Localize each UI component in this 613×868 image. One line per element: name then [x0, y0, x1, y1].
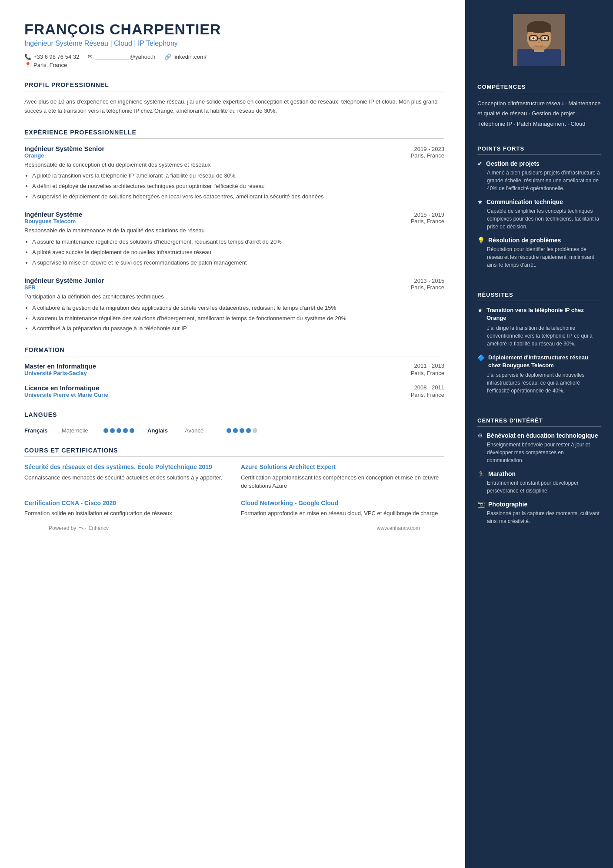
exp-loc-1: Paris, France: [411, 152, 444, 161]
exp-bullets-2: A assuré la maintenance régulière des so…: [24, 238, 444, 267]
edu-header-1: Master en Informatique 2011 - 2013: [24, 362, 444, 370]
pf-title-row-3: 💡 Résolution de problèmes: [477, 237, 601, 244]
exp-dates-2: 2015 - 2019: [414, 211, 444, 218]
exp-bullet-1-3: A supervisé le déploiement de solutions …: [32, 192, 444, 201]
location-value: Paris, France: [33, 62, 67, 68]
location-icon: 📍: [24, 62, 31, 68]
pf-icon-1: ✔: [477, 160, 483, 167]
lang-level-1: Maternelle: [62, 427, 97, 434]
ri-desc-2: J'ai supervisé le déploiement de nouvell…: [477, 371, 601, 395]
centres-section: CENTRES D'INTÉRÊT ⚙ Bénévolat en éducati…: [465, 409, 613, 531]
edu-location-2: Paris, France: [411, 392, 444, 398]
exp-dates-1: 2019 - 2023: [414, 146, 444, 152]
edu-school-row-1: Université Paris-Saclay Paris, France: [24, 370, 444, 376]
competences-section: COMPÉTENCES Conception d'infrastructure …: [465, 75, 613, 129]
ci-title-row-3: 📷 Photographie: [477, 501, 601, 508]
edu-dates-2: 2008 - 2011: [414, 384, 444, 392]
right-column: COMPÉTENCES Conception d'infrastructure …: [465, 0, 613, 868]
contact-row: 📞 +33 6 98 76 54 32 ✉ ___________@yahoo.…: [24, 54, 444, 60]
footer-website: www.enhancv.com: [377, 525, 420, 531]
edu-school-row-2: Université Pierre et Marie Curie Paris, …: [24, 392, 444, 398]
pf-item-1: ✔ Gestion de projets A mené à bien plusi…: [477, 160, 601, 192]
langues-title: LANGUES: [24, 411, 444, 421]
exp-company-row-3: SFR Paris, France: [24, 284, 444, 292]
exp-company-row-2: Bouygues Telecom Paris, France: [24, 218, 444, 226]
experience-title: EXPÉRIENCE PROFESSIONNELLE: [24, 129, 444, 139]
edu-location-1: Paris, France: [411, 370, 444, 376]
edu-item-1: Master en Informatique 2011 - 2013 Unive…: [24, 362, 444, 376]
exp-header-3: Ingénieur Système Junior 2013 - 2015: [24, 277, 444, 284]
dot: [253, 428, 257, 433]
phone-value: +33 6 98 76 54 32: [33, 54, 79, 60]
phone-contact: 📞 +33 6 98 76 54 32: [24, 54, 79, 60]
exp-item-1: Ingénieur Système Senior 2019 - 2023 Ora…: [24, 145, 444, 201]
exp-bullets-1: A piloté la transition vers la téléphoni…: [24, 171, 444, 201]
pf-desc-3: Réputation pour identifier les problèmes…: [477, 245, 601, 269]
lang-item-2: Anglais Avancé: [147, 427, 257, 434]
pf-title-3: Résolution de problèmes: [488, 237, 561, 244]
exp-role-2: Ingénieur Système: [24, 211, 82, 218]
edu-school-1: Université Paris-Saclay: [24, 370, 87, 376]
exp-bullet-2-1: A assuré la maintenance régulière des so…: [32, 238, 444, 247]
ci-desc-1: Enseignement bénévole pour rester à jour…: [477, 441, 601, 464]
email-icon: ✉: [88, 54, 93, 60]
linkedin-icon: 🔗: [164, 54, 171, 60]
cert-item-4: Cloud Networking - Google Cloud Formatio…: [241, 499, 444, 518]
reussites-section: RÉUSSITES ★ Transition vers la téléphoni…: [465, 283, 613, 401]
full-name: FRANÇOIS CHARPENTIER: [24, 21, 444, 38]
pf-icon-2: ★: [477, 198, 483, 205]
lang-row: Français Maternelle Anglais Avancé: [24, 427, 444, 434]
formation-section: FORMATION Master en Informatique 2011 - …: [24, 346, 444, 398]
competences-list: Conception d'infrastructure réseau · Mai…: [477, 98, 601, 129]
profil-text: Avec plus de 10 ans d'expérience en ingé…: [24, 97, 444, 116]
ri-title-2: Déploiement d'infrastructures réseau che…: [488, 354, 601, 369]
pf-title-row-1: ✔ Gestion de projets: [477, 160, 601, 167]
points-forts-section: POINTS FORTS ✔ Gestion de projets A mené…: [465, 137, 613, 275]
lang-level-2: Avancé: [185, 427, 220, 434]
avatar-image: [513, 14, 565, 66]
edu-item-2: Licence en Informatique 2008 - 2011 Univ…: [24, 384, 444, 398]
profil-title: PROFIL PROFESSIONNEL: [24, 81, 444, 91]
exp-header-1: Ingénieur Système Senior 2019 - 2023: [24, 145, 444, 152]
exp-desc-1: Responsable de la conception et du déplo…: [24, 161, 444, 169]
langues-section: LANGUES Français Maternelle Anglais Ava: [24, 411, 444, 434]
dot: [110, 428, 115, 433]
svg-point-11: [533, 37, 535, 40]
pf-item-2: ★ Communication technique Capable de sim…: [477, 198, 601, 231]
svg-point-14: [530, 45, 548, 50]
ci-icon-3: 📷: [477, 501, 485, 508]
dot: [233, 428, 238, 433]
linkedin-value: linkedin.com/: [173, 54, 207, 60]
certifications-title: COURS ET CERTIFICATIONS: [24, 447, 444, 457]
exp-bullet-3-1: A collaboré à la gestion de la migration…: [32, 304, 444, 313]
brand-name: Enhancv: [88, 525, 109, 531]
avatar: [513, 14, 565, 66]
exp-dates-3: 2013 - 2015: [414, 278, 444, 284]
email-value: ___________@yahoo.fr: [95, 54, 156, 60]
pf-item-3: 💡 Résolution de problèmes Réputation pou…: [477, 237, 601, 269]
dot: [103, 428, 108, 433]
ci-item-2: 🏃 Marathon Entraînement constant pour dé…: [477, 470, 601, 495]
svg-point-13: [538, 41, 540, 43]
exp-company-row-1: Orange Paris, France: [24, 152, 444, 161]
competences-title: COMPÉTENCES: [477, 84, 601, 93]
header: FRANÇOIS CHARPENTIER Ingénieur Système R…: [24, 21, 444, 68]
certifications-section: COURS ET CERTIFICATIONS Sécurité des rés…: [24, 447, 444, 518]
edu-degree-1: Master en Informatique: [24, 362, 96, 370]
profil-section: PROFIL PROFESSIONNEL Avec plus de 10 ans…: [24, 81, 444, 116]
edu-header-2: Licence en Informatique 2008 - 2011: [24, 384, 444, 392]
formation-title: FORMATION: [24, 346, 444, 356]
phone-icon: 📞: [24, 54, 31, 60]
ci-item-1: ⚙ Bénévolat en éducation technologique E…: [477, 432, 601, 464]
ci-title-row-2: 🏃 Marathon: [477, 470, 601, 477]
exp-role-1: Ingénieur Système Senior: [24, 145, 104, 152]
pf-title-2: Communication technique: [486, 198, 563, 205]
ri-icon-1: ★: [477, 307, 483, 314]
cert-title-2: Azure Solutions Architect Expert: [241, 463, 444, 472]
exp-company-3: SFR: [24, 284, 36, 291]
ci-desc-2: Entraînement constant pour développer pe…: [477, 479, 601, 495]
cert-desc-2: Certification approfondissant les compét…: [241, 473, 444, 490]
lang-dots-2: [227, 428, 257, 433]
ci-title-row-1: ⚙ Bénévolat en éducation technologique: [477, 432, 601, 439]
job-title: Ingénieur Système Réseau | Cloud | IP Te…: [24, 40, 444, 47]
